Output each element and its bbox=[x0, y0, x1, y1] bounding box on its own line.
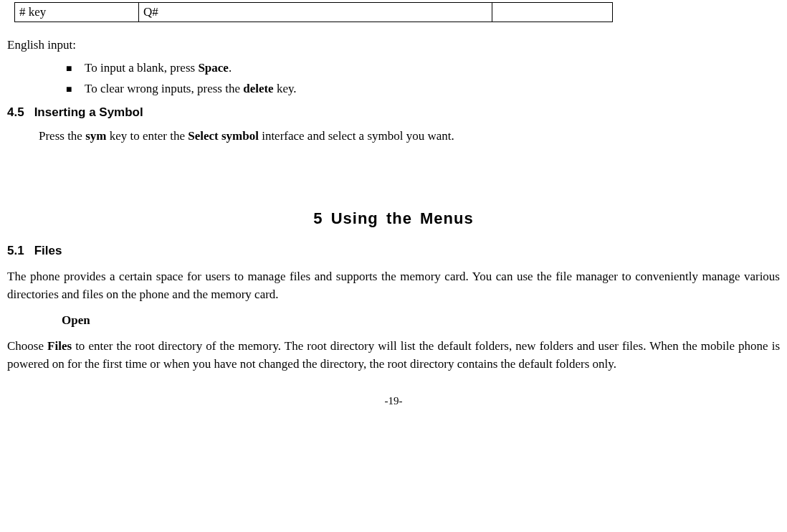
section-title: Files bbox=[34, 244, 62, 257]
page-number: -19- bbox=[7, 395, 780, 407]
section-5-1-heading: 5.1Files bbox=[7, 244, 780, 258]
text: to enter the root directory of the memor… bbox=[7, 339, 780, 371]
bold-delete: delete bbox=[243, 82, 273, 95]
cell-key: # key bbox=[15, 3, 139, 22]
bold-space: Space bbox=[198, 61, 229, 75]
section-number: 4.5 bbox=[7, 105, 24, 120]
list-item: To input a blank, press Space. bbox=[7, 59, 780, 77]
table-row: # key Q# bbox=[15, 3, 613, 22]
english-input-intro: English input: bbox=[7, 37, 780, 54]
text: To input a blank, press bbox=[85, 61, 198, 75]
section-4-5-body: Press the sym key to enter the Select sy… bbox=[39, 127, 780, 146]
text: Choose bbox=[7, 339, 47, 353]
text: key. bbox=[274, 82, 297, 95]
english-input-list: To input a blank, press Space. To clear … bbox=[7, 59, 780, 98]
bold-select-symbol: Select symbol bbox=[188, 129, 259, 143]
open-heading: Open bbox=[62, 313, 780, 328]
section-4-5-heading: 4.5Inserting a Symbol bbox=[7, 105, 780, 120]
text: key to enter the bbox=[106, 129, 188, 143]
text: Press the bbox=[39, 129, 85, 143]
key-table: # key Q# bbox=[14, 2, 613, 22]
text: To clear wrong inputs, press the bbox=[85, 82, 243, 95]
list-item: To clear wrong inputs, press the delete … bbox=[7, 80, 780, 98]
text: interface and select a symbol you want. bbox=[259, 129, 454, 143]
bold-sym: sym bbox=[85, 129, 106, 143]
text: . bbox=[229, 61, 232, 75]
chapter-5-title: 5 Using the Menus bbox=[7, 209, 780, 228]
cell-value: Q# bbox=[139, 3, 492, 22]
section-title: Inserting a Symbol bbox=[34, 105, 143, 119]
section-number: 5.1 bbox=[7, 244, 24, 258]
open-body: Choose Files to enter the root directory… bbox=[7, 338, 780, 373]
bold-files: Files bbox=[47, 339, 72, 353]
cell-extra bbox=[492, 3, 613, 22]
section-5-1-body: The phone provides a certain space for u… bbox=[7, 268, 780, 303]
